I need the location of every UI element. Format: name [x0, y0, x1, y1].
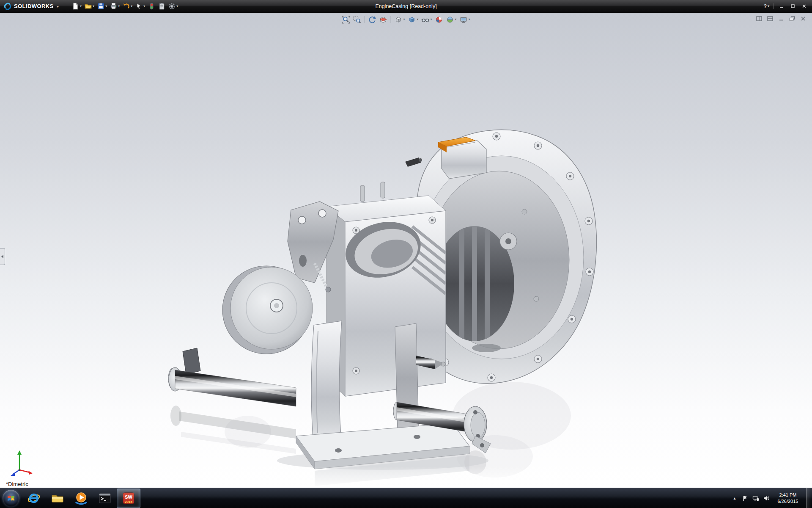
previous-view-button[interactable] — [367, 14, 377, 25]
section-view-button[interactable] — [378, 14, 388, 25]
taskbar-internet-explorer[interactable] — [22, 489, 46, 508]
app-titlebar: SOLIDWORKS ▸ ▾ ▾ — [0, 0, 812, 13]
dropdown-arrow-icon[interactable]: ▾ — [176, 5, 178, 8]
show-hidden-icons-button[interactable]: ▴ — [731, 496, 738, 500]
windows-orb-icon — [3, 490, 19, 507]
maximize-button[interactable] — [787, 2, 798, 11]
edit-appearance-ball-icon — [435, 16, 443, 24]
windows-taskbar: SW 2015 ▴ — [0, 488, 812, 508]
save-button[interactable]: ▾ — [96, 1, 108, 11]
help-button[interactable]: ? ▾ — [763, 2, 771, 11]
divider — [773, 3, 774, 9]
select-cursor-icon — [135, 3, 143, 10]
section-view-icon — [379, 16, 387, 24]
heads-up-view-toolbar: ▾ ▾ ▾ — [340, 14, 471, 25]
taskbar-media-player[interactable] — [69, 489, 93, 508]
dropdown-arrow-icon[interactable]: ▾ — [455, 18, 457, 21]
menu-expand-arrow-icon[interactable]: ▸ — [57, 4, 59, 8]
graphics-viewport[interactable]: ▾ ▾ ▾ — [0, 13, 812, 488]
close-icon — [802, 4, 807, 8]
show-desktop-button[interactable] — [806, 488, 811, 508]
close-button[interactable] — [799, 2, 809, 11]
network-status-button[interactable] — [752, 495, 759, 502]
view-orientation-button[interactable]: ▾ — [393, 14, 406, 25]
solidworks-brand: SOLIDWORKS ▸ — [0, 2, 62, 11]
dropdown-arrow-icon[interactable]: ▾ — [105, 5, 107, 8]
dropdown-arrow-icon[interactable]: ▾ — [131, 5, 132, 8]
engine-casing-model-canvas[interactable] — [0, 13, 812, 488]
document-close-icon — [800, 16, 806, 21]
document-minimize-icon — [778, 16, 784, 21]
dropdown-arrow-icon[interactable]: ▾ — [768, 5, 769, 8]
document-minimize-button[interactable] — [776, 15, 786, 22]
document-close-button[interactable] — [798, 15, 808, 22]
dropdown-arrow-icon[interactable]: ▾ — [93, 5, 94, 8]
pane-wide-button[interactable] — [765, 15, 775, 22]
window-title: EngineCasing [Read-only] — [375, 3, 436, 9]
orientation-triad[interactable] — [8, 449, 35, 478]
chevron-left-icon — [1, 255, 3, 258]
clock-date: 6/26/2015 — [774, 498, 802, 505]
media-player-icon — [74, 491, 88, 505]
previous-view-icon — [368, 16, 376, 24]
open-button[interactable]: ▾ — [83, 1, 96, 11]
top-boss[interactable] — [405, 137, 486, 179]
print-icon — [110, 3, 117, 10]
brand-text: SOLIDWORKS — [14, 3, 54, 9]
dropdown-arrow-icon[interactable]: ▾ — [430, 18, 432, 21]
volume-button[interactable] — [763, 495, 770, 502]
undo-button[interactable]: ▾ — [121, 1, 134, 11]
folder-icon — [51, 491, 64, 505]
minimize-button[interactable] — [776, 2, 787, 11]
help-label: ? — [764, 3, 767, 9]
select-button[interactable]: ▾ — [134, 1, 146, 11]
start-button[interactable] — [0, 488, 22, 508]
apply-scene-button[interactable]: ▾ — [445, 14, 458, 25]
view-orientation-label: *Dimetric — [6, 481, 28, 487]
edit-appearance-button[interactable] — [434, 14, 444, 25]
rebuild-button[interactable] — [147, 1, 156, 11]
clock-time: 2:41 PM — [774, 492, 802, 498]
options-button[interactable]: ▾ — [167, 1, 179, 11]
base-plate[interactable] — [277, 423, 488, 470]
view-settings-button[interactable]: ▾ — [458, 14, 472, 25]
display-style-button[interactable]: ▾ — [406, 14, 420, 25]
new-button[interactable]: ▾ — [71, 1, 83, 11]
apply-scene-icon — [446, 16, 454, 24]
dropdown-arrow-icon[interactable]: ▾ — [417, 18, 418, 21]
sw-badge-text: 2015 — [125, 500, 132, 504]
clutch-cover-disc[interactable] — [222, 266, 313, 354]
main-toolbar: ▾ ▾ ▾ — [71, 1, 179, 11]
dropdown-arrow-icon[interactable]: ▾ — [118, 5, 120, 8]
taskbar-clock[interactable]: 2:41 PM 6/26/2015 — [774, 492, 802, 505]
system-tray: ▴ — [731, 488, 812, 508]
taskbar-command-prompt[interactable] — [93, 489, 117, 508]
support-shaft-left[interactable] — [168, 348, 296, 406]
dropdown-arrow-icon[interactable]: ▾ — [469, 18, 470, 21]
divider — [364, 16, 365, 23]
divider — [390, 16, 391, 23]
dropdown-arrow-icon[interactable]: ▾ — [80, 5, 82, 8]
document-restore-button[interactable] — [787, 15, 797, 22]
save-floppy-icon — [97, 3, 104, 10]
print-button[interactable]: ▾ — [109, 1, 121, 11]
dropdown-arrow-icon[interactable]: ▾ — [143, 5, 145, 8]
file-properties-button[interactable] — [157, 1, 167, 11]
dropdown-arrow-icon[interactable]: ▾ — [403, 18, 405, 21]
solidworks-logo-icon — [3, 2, 12, 11]
featuremanager-collapse-tab[interactable] — [0, 248, 5, 265]
file-properties-clipboard-icon — [158, 3, 165, 10]
undo-arrow-icon — [123, 3, 130, 10]
sw-logo-text: SW — [125, 494, 132, 500]
minimize-icon — [779, 4, 784, 8]
view-settings-icon — [460, 16, 468, 24]
action-center-button[interactable] — [742, 495, 749, 502]
pane-split-button[interactable] — [754, 15, 764, 22]
taskbar-solidworks-2015[interactable]: SW 2015 — [117, 489, 140, 508]
zoom-to-fit-button[interactable] — [340, 14, 351, 25]
taskbar-windows-explorer[interactable] — [46, 489, 69, 508]
zoom-to-area-button[interactable] — [351, 14, 362, 25]
hide-show-items-button[interactable]: ▾ — [420, 14, 433, 25]
speaker-icon — [763, 495, 770, 502]
pane-wide-icon — [767, 16, 773, 21]
